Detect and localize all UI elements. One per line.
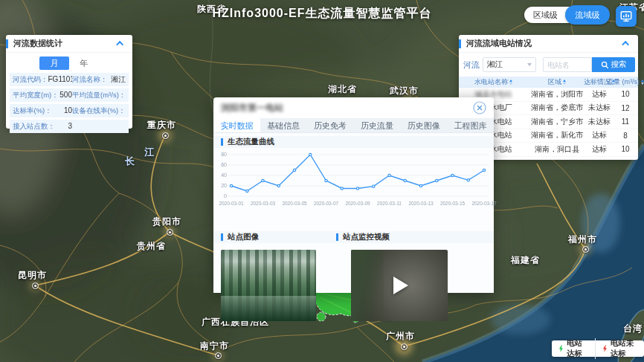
data-point[interactable]	[293, 169, 295, 171]
river-filter-label: 河流	[463, 59, 480, 71]
right-panel-title: 河流流域电站情况	[466, 38, 532, 49]
field-label: 设备在线率(%)：	[72, 106, 126, 116]
sort-icon[interactable]	[509, 80, 512, 85]
y-axis-tick: 40	[215, 172, 227, 178]
x-axis-tick: 2020-03-11	[372, 201, 408, 206]
left-panel-title: 河流数据统计	[13, 38, 62, 49]
column-header[interactable]: 水电站名称	[459, 77, 528, 87]
period-tab[interactable]: 月	[39, 56, 69, 70]
dashboard-button[interactable]	[616, 6, 637, 27]
chevron-up-icon[interactable]	[622, 41, 629, 48]
flow-chart-section-title: 生态流量曲线	[228, 137, 274, 147]
video-section-title: 站点监控视频	[343, 232, 390, 242]
modal-tab[interactable]: 工程图库	[447, 118, 494, 132]
play-icon[interactable]	[393, 277, 408, 294]
data-point[interactable]	[436, 179, 438, 181]
data-point[interactable]	[356, 187, 358, 190]
toggle-option-basin[interactable]: 流域级	[565, 5, 610, 25]
data-point[interactable]	[230, 184, 232, 187]
data-point[interactable]	[246, 190, 248, 192]
modal-tab[interactable]: 历史图像	[400, 118, 447, 132]
stat-row: 达标率(%)：10设备在线率(%)：10	[10, 104, 129, 117]
field-value: 10	[52, 106, 72, 114]
accent-bar	[459, 39, 461, 48]
status-cell: 达标	[586, 144, 613, 155]
modal-tab[interactable]: 实时数据	[213, 118, 260, 132]
stat-pair: 接入站点数：3	[13, 122, 72, 132]
data-point[interactable]	[309, 153, 312, 155]
legend-label: 电站未达标	[611, 338, 637, 359]
status-cell: 达标	[586, 130, 613, 140]
modal-body: 生态流量曲线 806040200 2020-03-012020-03-03202…	[213, 133, 494, 293]
field-label: 接入站点数：	[13, 122, 55, 132]
river-select[interactable]: 湘江	[483, 57, 536, 72]
data-point[interactable]	[373, 185, 375, 187]
caret-down-icon	[527, 63, 532, 66]
y-axis-tick: 60	[215, 162, 227, 167]
legend-item: 电站达标	[552, 338, 595, 359]
x-axis-tick: 2020-03-01	[213, 201, 249, 206]
accent-bar	[221, 233, 223, 241]
station-photo[interactable]	[221, 250, 316, 321]
stat-pair: 设备在线率(%)：10	[72, 106, 126, 116]
data-point[interactable]	[467, 179, 469, 181]
data-point[interactable]	[404, 179, 406, 181]
data-point[interactable]	[341, 187, 343, 190]
x-axis-tick: 2020-03-15	[435, 201, 471, 206]
field-label: 平均宽度(m)：	[13, 91, 59, 100]
x-axis-tick: 2020-03-07	[309, 201, 344, 206]
toggle-option-region[interactable]: 区域级	[524, 7, 567, 23]
field-label: 达标率(%)：	[13, 106, 52, 116]
data-point[interactable]	[451, 174, 454, 176]
x-axis-tick: 2020-03-17	[466, 201, 502, 206]
map-legend: 电站达标电站未达标	[552, 340, 644, 357]
app-window: 陕西省江苏省湖北省武汉市重庆市贵阳市贵州省昆明市广西壮族自治区南宁市广东省广州市…	[0, 0, 644, 362]
lightning-fail-icon	[602, 343, 608, 354]
level-toggle[interactable]: 区域级 流域级	[524, 7, 608, 23]
modal-tab[interactable]: 基础信息	[260, 118, 307, 132]
sort-icon[interactable]	[563, 80, 566, 85]
image-section-title: 站点图像	[228, 232, 259, 242]
flow-cell: 10	[613, 90, 638, 98]
period-tabs: 月年	[6, 56, 132, 70]
stat-pair: 平均宽度(m)：500	[13, 91, 72, 100]
station-video-thumbnail[interactable]	[351, 250, 448, 321]
status-cell: 达标	[586, 89, 613, 100]
close-icon[interactable]	[473, 101, 486, 114]
field-value: FG110100	[48, 75, 73, 83]
data-point[interactable]	[419, 184, 422, 187]
chevron-up-icon[interactable]	[116, 41, 123, 48]
station-name-input[interactable]	[543, 57, 592, 72]
status-cell: 未达标	[586, 103, 613, 113]
region-cell: 湖南省，新化市	[528, 130, 586, 140]
data-point[interactable]	[483, 169, 485, 171]
stats-rows: 河流代码：FG110100河流名称：湘江平均宽度(m)：500平均流量(m³/s…	[6, 73, 132, 133]
search-button[interactable]: 搜索	[592, 57, 635, 72]
flow-line-chart[interactable]	[228, 152, 489, 200]
column-header[interactable]: 流量 (m³/s)	[613, 77, 638, 87]
legend-label: 电站达标	[567, 338, 588, 359]
status-cell: 未达标	[586, 117, 613, 127]
x-axis-tick: 2020-03-05	[277, 201, 312, 206]
data-point[interactable]	[325, 179, 327, 181]
y-axis-tick: 20	[215, 183, 227, 188]
data-point[interactable]	[388, 174, 390, 176]
legend-item: 电站未达标	[595, 338, 644, 359]
river-select-value: 湘江	[487, 59, 503, 70]
river-stats-panel: 河流数据统计 月年 河流代码：FG110100河流名称：湘江平均宽度(m)：50…	[6, 35, 132, 129]
station-filter-row: 河流 湘江 搜索	[459, 53, 638, 77]
field-label: 河流名称：	[72, 75, 108, 85]
data-point[interactable]	[262, 179, 264, 181]
column-header[interactable]: 区域	[528, 77, 586, 87]
period-tab[interactable]: 年	[69, 56, 99, 70]
modal-tab[interactable]: 历史流量	[353, 118, 400, 132]
stat-row: 河流代码：FG110100河流名称：湘江	[10, 73, 129, 86]
field-value: 500	[59, 91, 72, 99]
accent-bar	[336, 233, 338, 241]
modal-tab[interactable]: 历史免考	[307, 118, 354, 132]
data-point[interactable]	[277, 184, 280, 187]
stat-row: 平均宽度(m)：500平均流量(m³/s)：600	[10, 88, 129, 102]
sort-icon[interactable]	[641, 80, 644, 85]
search-icon	[601, 61, 609, 69]
stat-pair: 平均流量(m³/s)：600	[72, 91, 126, 100]
